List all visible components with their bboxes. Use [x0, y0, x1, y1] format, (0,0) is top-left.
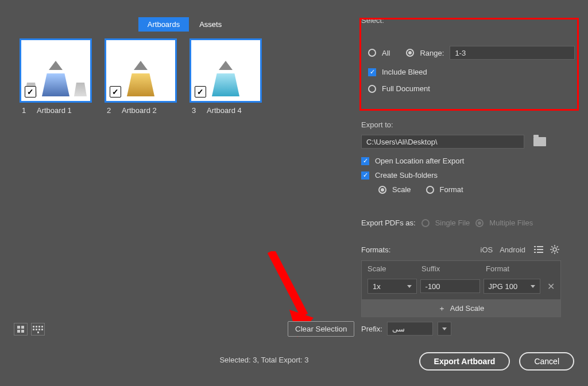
checkbox-open-location[interactable]	[361, 157, 369, 165]
ios-preset-button[interactable]: iOS	[477, 245, 497, 254]
create-subfolders-label: Create Sub-folders	[375, 171, 438, 180]
thumb-check-icon[interactable]	[25, 86, 36, 98]
thumb-check-icon[interactable]	[195, 86, 206, 98]
checkbox-include-bleed[interactable]	[368, 68, 376, 76]
range-input[interactable]	[450, 46, 575, 60]
suffix-input[interactable]	[420, 279, 480, 293]
thumb-number: 3	[192, 106, 201, 115]
radio-all-label: All	[382, 49, 390, 57]
select-heading: Select:	[361, 16, 384, 25]
clear-selection-button[interactable]: Clear Selection	[288, 321, 354, 337]
tab-artboards[interactable]: Artboards	[138, 17, 189, 32]
svg-rect-3	[537, 246, 543, 247]
prefix-label: Prefix:	[361, 325, 382, 333]
export-path-input[interactable]	[361, 135, 524, 149]
svg-rect-5	[537, 252, 543, 253]
add-scale-button[interactable]: ＋ Add Scale	[362, 299, 560, 317]
radio-range-label: Range:	[420, 49, 444, 57]
list-view-icon[interactable]	[532, 243, 545, 256]
export-to-label: Export to:	[361, 120, 578, 129]
radio-multiple-files	[475, 219, 483, 227]
svg-rect-2	[534, 252, 536, 253]
subfolder-format-label: Format	[440, 185, 463, 194]
radio-single-file	[421, 219, 430, 227]
formats-label: Formats:	[361, 245, 390, 254]
artboard-thumb[interactable]: 2 Artboard 2	[105, 38, 179, 118]
full-document-label: Full Document	[382, 84, 430, 93]
radio-subfolder-scale[interactable]	[378, 186, 386, 194]
radio-full-document[interactable]	[368, 85, 376, 93]
svg-line-11	[551, 246, 552, 247]
thumb-name: Artboard 4	[207, 106, 242, 115]
delete-row-icon[interactable]: ✕	[547, 281, 555, 292]
radio-range[interactable]	[406, 49, 414, 57]
tab-assets[interactable]: Assets	[190, 17, 231, 32]
export-pdfs-label: Export PDFs as:	[361, 219, 416, 227]
col-format-header: Format	[486, 264, 555, 273]
svg-rect-0	[534, 246, 536, 247]
col-suffix-header: Suffix	[421, 264, 486, 273]
col-scale-header: Scale	[368, 264, 421, 273]
artboard-thumb[interactable]: 1 Artboard 1	[20, 38, 94, 118]
thumb-name: Artboard 1	[37, 106, 72, 115]
cancel-button[interactable]: Cancel	[519, 352, 574, 371]
status-text: Selected: 3, Total Export: 3	[172, 356, 356, 364]
scale-select[interactable]: 1x	[368, 279, 417, 294]
thumb-name: Artboard 2	[122, 106, 157, 115]
format-select[interactable]: JPG 100	[483, 279, 540, 294]
multiple-files-label: Multiple Files	[489, 219, 533, 227]
thumb-number: 2	[107, 106, 116, 115]
caret-down-icon	[407, 285, 412, 288]
export-artboard-button[interactable]: Export Artboard	[419, 352, 510, 371]
single-file-label: Single File	[435, 219, 470, 227]
formats-table: Scale Suffix Format 1x JPG 100 ✕ ＋ Add S…	[361, 260, 561, 317]
thumb-number: 1	[22, 106, 31, 115]
thumb-check-icon[interactable]	[110, 86, 121, 98]
svg-line-14	[557, 246, 558, 247]
prefix-dropdown-button[interactable]	[438, 322, 451, 336]
svg-rect-1	[534, 249, 536, 250]
radio-all[interactable]	[368, 49, 376, 57]
settings-gear-icon[interactable]	[548, 243, 561, 256]
svg-point-6	[553, 248, 556, 251]
caret-down-icon	[442, 327, 447, 330]
prefix-input[interactable]	[387, 322, 433, 336]
caret-down-icon	[531, 285, 535, 288]
subfolder-scale-label: Scale	[392, 185, 411, 194]
grid-large-button[interactable]	[14, 323, 28, 336]
folder-icon	[533, 137, 546, 146]
plus-icon: ＋	[438, 303, 446, 314]
android-preset-button[interactable]: Android	[496, 245, 529, 254]
artboard-thumb[interactable]: 3 Artboard 4	[189, 38, 264, 118]
radio-subfolder-format[interactable]	[426, 186, 434, 194]
browse-folder-button[interactable]	[530, 135, 550, 149]
svg-line-12	[557, 252, 558, 253]
checkbox-create-subfolders[interactable]	[361, 171, 369, 180]
grid-small-button[interactable]	[31, 323, 45, 336]
svg-line-13	[551, 252, 552, 253]
open-location-label: Open Location after Export	[375, 157, 464, 165]
svg-rect-4	[537, 249, 543, 250]
include-bleed-label: Include Bleed	[382, 68, 427, 76]
